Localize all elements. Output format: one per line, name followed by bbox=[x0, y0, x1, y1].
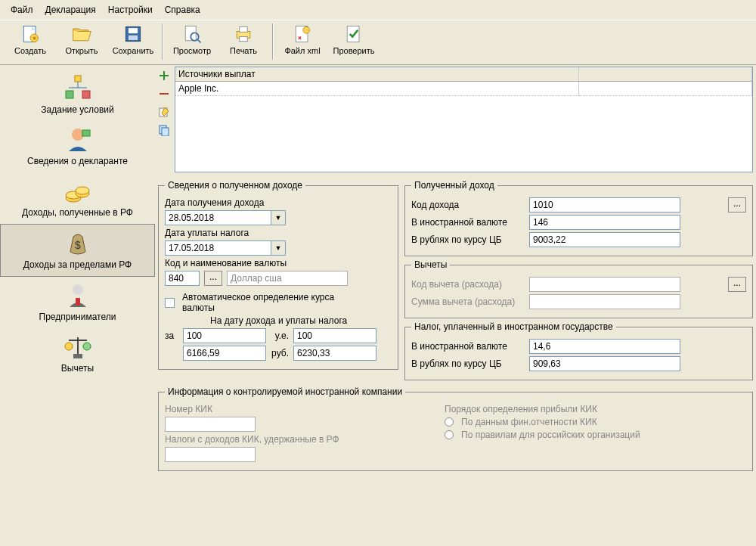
menu-file[interactable]: Файл bbox=[6, 3, 38, 17]
add-row-button[interactable] bbox=[156, 68, 172, 83]
preview-button[interactable]: Просмотр bbox=[166, 23, 218, 63]
kik-radio-2[interactable] bbox=[445, 430, 454, 439]
sources-grid[interactable]: Источники выплат Apple Inc. bbox=[175, 67, 753, 172]
rate-za-input[interactable] bbox=[183, 328, 266, 343]
foreign-tax-foreign-input[interactable] bbox=[529, 339, 680, 354]
new-file-icon: ★ bbox=[20, 23, 41, 45]
print-button[interactable]: Печать bbox=[218, 23, 269, 63]
menu-help[interactable]: Справка bbox=[160, 3, 205, 17]
kik-radio-1-label: По данным фин.отчетности КИК bbox=[461, 417, 597, 427]
open-label: Открыть bbox=[65, 46, 98, 55]
currency-code-input[interactable] bbox=[165, 271, 200, 286]
nav-conditions-label: Задание условий bbox=[41, 104, 113, 115]
income-rub-input[interactable] bbox=[529, 232, 680, 247]
za-label: за bbox=[165, 330, 178, 341]
svg-rect-34 bbox=[73, 354, 82, 358]
grid-row[interactable]: Apple Inc. bbox=[175, 82, 752, 96]
received-income-fieldset: Полученный доход Код дохода ... В иностр… bbox=[404, 180, 753, 256]
menu-settings[interactable]: Настройки bbox=[104, 3, 157, 17]
nav-income-rf-label: Доходы, полученные в РФ bbox=[22, 207, 133, 218]
content-area: Задание условий Сведения о декларанте До… bbox=[0, 65, 756, 546]
forms-area: Сведения о полученном доходе Дата получе… bbox=[155, 177, 756, 546]
floppy-icon bbox=[122, 23, 144, 45]
svg-rect-6 bbox=[129, 36, 138, 40]
deduct-code-lookup-button[interactable]: ... bbox=[728, 277, 746, 292]
rate-rub1-input[interactable] bbox=[183, 346, 266, 361]
svg-text:$: $ bbox=[75, 239, 81, 251]
check-label: Проверить bbox=[333, 46, 374, 55]
svg-point-14 bbox=[303, 26, 310, 33]
copy-row-button[interactable] bbox=[156, 123, 172, 138]
nav-conditions[interactable]: Задание условий bbox=[0, 70, 155, 121]
create-button[interactable]: ★ Создать bbox=[5, 23, 56, 63]
income-code-label: Код дохода bbox=[411, 200, 525, 210]
save-button[interactable]: Сохранить bbox=[107, 23, 159, 63]
income-rub-label: В рублях по курсу ЦБ bbox=[411, 234, 525, 245]
svg-point-28 bbox=[73, 284, 83, 295]
income-code-input[interactable] bbox=[529, 197, 680, 213]
kik-radio-1[interactable] bbox=[445, 417, 454, 427]
svg-rect-12 bbox=[240, 37, 248, 42]
remove-row-button[interactable] bbox=[156, 86, 172, 101]
kik-fieldset: Информация о контролируемой иностранной … bbox=[158, 386, 753, 471]
businessman-icon bbox=[63, 281, 93, 310]
auto-rate-checkbox[interactable] bbox=[165, 298, 175, 308]
foreign-tax-rub-input[interactable] bbox=[529, 356, 680, 371]
nav-income-rf[interactable]: Доходы, полученные в РФ bbox=[0, 172, 155, 224]
nav-income-foreign[interactable]: $ Доходы за пределами РФ bbox=[0, 224, 155, 277]
date-recv-input[interactable] bbox=[165, 210, 271, 225]
printer-icon bbox=[233, 23, 254, 45]
income-info-fieldset: Сведения о полученном доходе Дата получе… bbox=[158, 180, 398, 370]
deduct-sum-input bbox=[529, 294, 680, 309]
coins-icon bbox=[63, 177, 93, 206]
svg-rect-35 bbox=[160, 93, 169, 95]
svg-rect-22 bbox=[82, 130, 90, 136]
magnifier-page-icon bbox=[181, 23, 203, 45]
svg-rect-16 bbox=[75, 76, 81, 82]
rub-label: руб. bbox=[271, 348, 289, 358]
svg-rect-11 bbox=[240, 26, 248, 32]
date-recv-dropdown[interactable]: ▼ bbox=[271, 210, 286, 225]
svg-rect-38 bbox=[162, 128, 169, 136]
folder-open-icon bbox=[71, 23, 92, 45]
deduct-sum-label: Сумма вычета (расхода) bbox=[411, 296, 525, 307]
date-tax-label: Дата уплаты налога bbox=[165, 228, 278, 238]
date-tax-input[interactable] bbox=[165, 240, 271, 256]
edit-row-button[interactable] bbox=[156, 104, 172, 119]
income-info-legend: Сведения о полученном доходе bbox=[165, 180, 305, 191]
side-nav: Задание условий Сведения о декларанте До… bbox=[0, 65, 155, 546]
save-label: Сохранить bbox=[113, 46, 154, 55]
nav-entrepreneurs[interactable]: Предприниматели bbox=[0, 277, 155, 328]
toolbar-separator bbox=[272, 23, 274, 60]
date-tax-dropdown[interactable]: ▼ bbox=[271, 240, 286, 256]
nav-deductions[interactable]: Вычеты bbox=[0, 328, 155, 380]
print-label: Печать bbox=[230, 46, 257, 55]
check-file-icon bbox=[343, 23, 364, 45]
svg-rect-20 bbox=[82, 91, 90, 98]
person-icon bbox=[63, 126, 93, 154]
menu-declaration[interactable]: Декларация bbox=[41, 3, 101, 17]
deductions-legend: Вычеты bbox=[411, 259, 450, 270]
date-recv-label: Дата получения дохода bbox=[165, 197, 278, 208]
income-foreign-input[interactable] bbox=[529, 215, 680, 230]
nav-entrepreneurs-label: Предприниматели bbox=[39, 312, 116, 322]
grid-cell-source: Apple Inc. bbox=[175, 82, 579, 96]
nav-declarant[interactable]: Сведения о декларанте bbox=[0, 121, 155, 172]
xml-button[interactable]: Файл xml bbox=[277, 23, 328, 63]
open-button[interactable]: Открыть bbox=[56, 23, 107, 63]
deduct-code-input bbox=[529, 277, 680, 292]
rate-rub2-input[interactable] bbox=[293, 346, 376, 361]
rate-ue-input[interactable] bbox=[293, 328, 376, 343]
income-code-lookup-button[interactable]: ... bbox=[728, 197, 746, 213]
check-button[interactable]: Проверить bbox=[328, 23, 380, 63]
kik-num-input bbox=[165, 417, 256, 432]
currency-lookup-button[interactable]: ... bbox=[204, 271, 222, 286]
xml-file-icon bbox=[292, 23, 313, 45]
kik-tax-input bbox=[165, 447, 256, 462]
svg-point-26 bbox=[76, 187, 89, 194]
xml-label: Файл xml bbox=[284, 46, 320, 55]
kik-num-label: Номер КИК bbox=[165, 404, 212, 414]
income-foreign-label: В иностранной валюте bbox=[411, 217, 525, 228]
mini-toolbar bbox=[155, 65, 173, 141]
nav-declarant-label: Сведения о декларанте bbox=[27, 156, 128, 166]
